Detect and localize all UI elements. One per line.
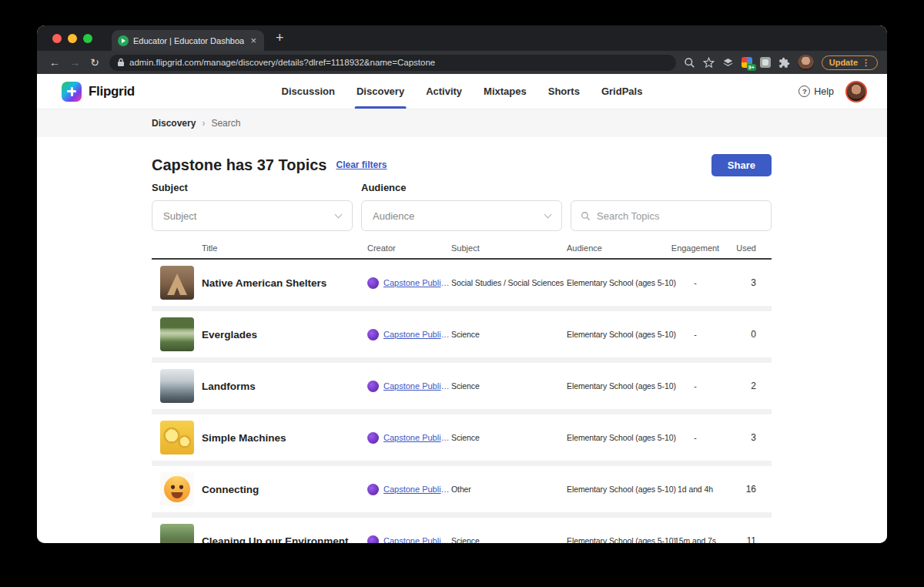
column-header-used: Used <box>725 243 772 253</box>
update-label: Update <box>829 58 858 67</box>
colorful-extension-icon[interactable]: 9+ <box>742 57 752 68</box>
topic-title: Landforms <box>202 381 256 392</box>
extensions-puzzle-icon[interactable] <box>778 57 790 69</box>
topic-audience: Elementary School (ages 5-10) <box>567 278 665 287</box>
help-label: Help <box>814 86 834 97</box>
topic-thumbnail <box>160 472 194 506</box>
audience-select[interactable]: Audience <box>361 200 562 231</box>
back-icon[interactable]: ← <box>45 51 65 74</box>
minimize-window-button[interactable] <box>68 34 77 43</box>
creator-link[interactable]: Capstone Publish… <box>383 433 451 442</box>
creator-avatar <box>367 277 379 289</box>
tab-strip: Educator | Educator Dashboard × + <box>37 25 887 51</box>
clear-filters-link[interactable]: Clear filters <box>336 159 387 170</box>
flipgrid-brand[interactable]: Flipgrid <box>62 82 135 102</box>
address-bar[interactable]: admin.flipgrid.com/manage/discovery/deta… <box>109 55 676 71</box>
table-row[interactable]: Simple Machines Capstone Publish… Scienc… <box>152 414 772 461</box>
user-avatar[interactable] <box>845 81 867 102</box>
audience-select-value: Audience <box>373 210 414 222</box>
breadcrumb-separator-icon: › <box>202 118 205 129</box>
nav-item-mixtapes[interactable]: Mixtapes <box>484 74 527 109</box>
topic-title: Cleaning Up our Environment <box>202 535 349 544</box>
search-icon[interactable] <box>684 57 695 69</box>
topic-engagement: - <box>665 278 725 287</box>
nav-item-gridpals[interactable]: GridPals <box>601 74 642 109</box>
subject-select[interactable]: Subject <box>152 200 353 231</box>
topic-subject: Social Studies / Social Sciences <box>451 278 567 287</box>
layers-icon[interactable] <box>722 57 734 69</box>
nav-item-activity[interactable]: Activity <box>426 74 462 109</box>
share-button[interactable]: Share <box>711 154 772 176</box>
browser-toolbar: ← → ↻ admin.flipgrid.com/manage/discover… <box>37 51 887 74</box>
topic-subject: Science <box>451 536 567 543</box>
topic-engagement: - <box>665 381 725 391</box>
topic-thumbnail <box>160 524 194 543</box>
table-row[interactable]: Connecting Capstone Publish… Other Eleme… <box>152 466 772 512</box>
topic-title: Simple Machines <box>202 432 286 444</box>
browser-profile-avatar[interactable] <box>798 55 814 71</box>
lock-icon <box>117 58 125 67</box>
tab-close-icon[interactable]: × <box>249 35 258 45</box>
table-row[interactable]: Everglades Capstone Publish… Science Ele… <box>152 311 772 357</box>
forward-icon[interactable]: → <box>65 51 85 74</box>
page-title: Capstone has 37 Topics <box>152 156 326 174</box>
topic-title: Everglades <box>202 329 257 340</box>
topic-thumbnail <box>160 317 194 351</box>
breadcrumb-discovery[interactable]: Discovery <box>152 118 196 129</box>
maximize-window-button[interactable] <box>83 34 92 43</box>
reload-icon[interactable]: ↻ <box>85 51 105 74</box>
creator-link[interactable]: Capstone Publish… <box>383 278 451 287</box>
app-header: Flipgrid Discussion Discovery Activity M… <box>37 74 887 109</box>
topic-engagement: 15m and 7s <box>665 536 725 543</box>
extension-badge: 9+ <box>747 64 756 71</box>
table-row[interactable]: Cleaning Up our Environment Capstone Pub… <box>152 518 772 543</box>
search-topics-input[interactable] <box>597 210 762 222</box>
nav-item-discussion[interactable]: Discussion <box>282 74 335 109</box>
topic-engagement: - <box>665 433 725 442</box>
new-tab-button[interactable]: + <box>276 30 284 46</box>
nav-item-shorts[interactable]: Shorts <box>548 74 580 109</box>
column-header-audience: Audience <box>567 243 665 253</box>
topic-title: Connecting <box>202 484 259 495</box>
close-window-button[interactable] <box>52 34 62 43</box>
bookmark-star-icon[interactable] <box>703 57 715 69</box>
browser-tab[interactable]: Educator | Educator Dashboard × <box>112 30 264 51</box>
creator-avatar <box>367 381 379 392</box>
table-row[interactable]: Landforms Capstone Publish… Science Elem… <box>152 363 772 409</box>
chrome-update-button[interactable]: Update ⋮ <box>822 55 878 70</box>
chat-extension-icon[interactable] <box>760 57 771 68</box>
creator-link[interactable]: Capstone Publish… <box>383 381 451 391</box>
breadcrumb: Discovery › Search <box>37 109 887 137</box>
topic-subject: Science <box>451 433 567 442</box>
url-text: admin.flipgrid.com/manage/discovery/deta… <box>129 58 435 67</box>
flipgrid-favicon <box>118 35 129 46</box>
topic-engagement: - <box>665 330 725 339</box>
creator-avatar <box>367 535 379 544</box>
search-spacer <box>571 182 772 194</box>
toolbar-actions: 9+ Update ⋮ <box>684 55 878 71</box>
search-icon <box>581 211 591 221</box>
breadcrumb-search: Search <box>211 118 240 129</box>
topic-title: Native American Shelters <box>202 277 326 289</box>
column-header-engagement: Engagement <box>665 243 725 253</box>
subject-select-value: Subject <box>163 210 196 222</box>
topic-subject: Science <box>451 381 567 391</box>
creator-avatar <box>367 484 379 495</box>
topic-used: 3 <box>725 432 772 443</box>
table-row[interactable]: Native American Shelters Capstone Publis… <box>152 260 772 306</box>
topic-audience: Elementary School (ages 5-10) <box>567 485 665 494</box>
creator-link[interactable]: Capstone Publish… <box>383 330 451 339</box>
nav-item-discovery[interactable]: Discovery <box>357 74 404 109</box>
topic-engagement: 1d and 4h <box>665 485 725 494</box>
topic-thumbnail <box>160 421 194 455</box>
topic-thumbnail <box>160 369 194 403</box>
tab-title: Educator | Educator Dashboard <box>133 36 244 45</box>
help-icon: ? <box>798 86 810 97</box>
creator-link[interactable]: Capstone Publish… <box>383 485 451 494</box>
creator-link[interactable]: Capstone Publish… <box>383 536 451 543</box>
table-header: Title Creator Subject Audience Engagemen… <box>152 243 772 260</box>
creator-avatar <box>367 329 379 340</box>
search-topics-box <box>571 200 772 231</box>
browser-menu-icon[interactable]: ⋮ <box>862 58 870 68</box>
help-button[interactable]: ? Help <box>798 86 834 97</box>
